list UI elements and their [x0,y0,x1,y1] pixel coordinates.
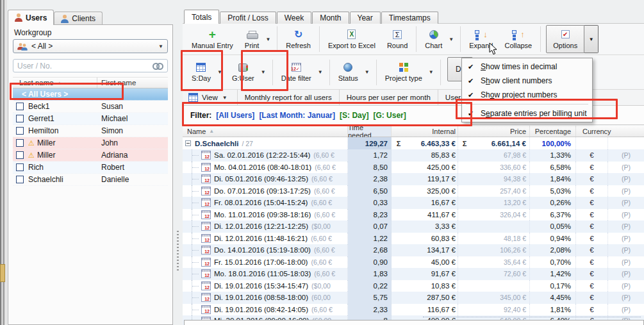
manual-entry-button[interactable]: + Manual Entry [186,27,239,52]
filter-segment-sum[interactable]: [S: Day] [340,111,368,120]
tab-year[interactable]: Year [350,12,381,24]
options-button[interactable]: ✔ Options [546,25,584,53]
header-name[interactable]: Name ▲ [183,126,348,137]
sum-day-dropdown-arrow[interactable]: ▼ [217,69,222,75]
chart-dropdown-arrow[interactable]: ▼ [449,37,454,42]
user-list-row[interactable]: ⚠ < All Users > [13,88,168,101]
workgroup-value: < All > [31,42,53,51]
header-currency[interactable]: Currency [576,126,644,137]
group-user-button[interactable]: G:User [226,60,260,85]
table-row[interactable]: Di. 05.01.2016 (09:46-13:25) (6,60 € 2,3… [183,173,644,185]
entry-time-needed: 1,22 [348,233,392,245]
header-internal[interactable]: Internal [406,126,458,137]
export-excel-button[interactable]: X Export to Excel [322,27,381,52]
user-checkbox[interactable] [16,139,24,147]
options-menu-item[interactable]: ✔ Show project numbers [462,88,592,102]
view-button[interactable]: View ▼ [183,90,238,105]
print-button[interactable]: Print [239,27,265,52]
entry-time-needed: 2,38 [348,173,392,185]
table-row[interactable]: Fr. 08.01.2016 (15:04-15:24) (6,60 € 0,3… [183,197,644,209]
table-row[interactable]: Mo. 18.01.2016 (11:05-18:03) (6,60 € 1,8… [183,268,644,280]
expand-button[interactable]: ↓ Expand [463,27,499,52]
tab-totals[interactable]: Totals [184,10,219,24]
header-time-needed[interactable]: Time needed [348,126,392,137]
tab-timestamps[interactable]: Timestamps [381,12,438,24]
table-row[interactable]: Di. 19.01.2016 (08:58-18:00) (60,00 5,75… [183,292,644,304]
table-row[interactable]: Di. 19.01.2016 (15:34-15:47) ($0,00 0,22… [183,280,644,292]
collapse-button[interactable]: ↑ Collapse [499,27,538,52]
project-type-dropdown-arrow[interactable]: ▼ [429,69,434,75]
table-row[interactable]: Do. 07.01.2016 (09:13-17:25) (6,60 € 6,5… [183,185,644,197]
user-checkbox[interactable] [16,127,24,135]
user-checkbox[interactable] [16,103,24,110]
status-dropdown-arrow[interactable]: ▼ [365,69,370,75]
table-row[interactable]: Mo. 11.01.2016 (09:38-18:16) (6,60 € 8,2… [183,209,644,221]
user-checkbox[interactable] [16,176,24,183]
entry-percentage: 6,58% [530,162,576,174]
table-row[interactable]: Sa. 02.01.2016 (12:22-15:44) (6,60 € 1,7… [183,149,644,162]
collapse-node-icon[interactable] [185,140,191,146]
user-list-row[interactable]: ⚠ Hemilton Simon [13,125,168,137]
view-dropdown-arrow[interactable]: ▼ [222,95,227,101]
round-button[interactable]: Σ Round [381,27,413,52]
entry-percentage: 5,03% [530,185,576,197]
summary-row[interactable]: D.Schaelchli / 27 129,27 6.463,33 € 6.66… [183,137,644,149]
panel-splitter[interactable] [174,10,182,325]
tab-profit-loss[interactable]: Profit / Loss [220,12,276,24]
chart-button[interactable]: Chart [419,27,448,52]
entry-internal: 425,00 € [406,162,458,174]
table-row[interactable]: Fr. 15.01.2016 (17:06-18:00) (6,60 € 0,9… [183,256,644,269]
entry-rate: ($0,00 [311,222,331,230]
user-list-row[interactable]: ⚠ Miller John [13,137,168,149]
project-type-button[interactable]: Project type [379,60,428,85]
table-row[interactable]: Di. 12.01.2016 (11:48-16:21) (6,60 € 1,2… [183,233,644,245]
options-menu-item[interactable]: ✔ Separate entries per billing unit [462,106,592,121]
print-dropdown-arrow[interactable]: ▼ [265,37,270,42]
user-list-row[interactable]: ⚠ Schaelchli Danielle [13,174,168,186]
user-list-row[interactable]: ⚠ Gerret1 Michael [13,113,168,125]
day-sum-icon [196,63,206,72]
entry-date: Do. 07.01.2016 (09:13-17:25) [214,187,311,195]
entry-price: 326,04 € [471,209,530,221]
group-user-dropdown-arrow[interactable]: ▼ [261,69,266,75]
user-checkbox[interactable] [16,115,24,122]
user-search-box [13,59,168,72]
sum-day-button[interactable]: S:Day [186,60,217,85]
options-menu-item[interactable]: ✔ Show client numbers [462,74,592,88]
user-list-row[interactable]: ⚠ Beck1 Susan [13,101,168,113]
tab-clients[interactable]: Clients [54,12,103,25]
column-last-name[interactable]: Last name ▲ [13,78,97,88]
binoculars-icon[interactable] [153,63,163,69]
entry-price: 48,18 € [471,233,530,245]
user-search-input[interactable] [17,62,153,71]
filter-segment-users[interactable]: [All Users] [216,111,254,120]
options-menu-item[interactable]: ✔ Show times in decimal [462,60,592,74]
filter-segment-group[interactable]: [G: User] [373,111,406,120]
chevron-down-icon[interactable]: ▼ [158,44,163,49]
tab-week[interactable]: Week [277,12,311,24]
tab-users[interactable]: Users [8,10,54,25]
table-row[interactable]: Mo. 04.01.2016 (08:40-18:01) (6,60 € 8,5… [183,162,644,174]
table-row[interactable]: Do. 14.01.2016 (15:19-18:00) (6,60 € 2,6… [183,244,644,256]
table-row[interactable]: Di. 12.01.2016 (12:21-12:25) ($0,00 0,07… [183,221,644,233]
summary-percentage: 100,00% [530,137,576,149]
filter-segment-period[interactable]: [Last Month: Januar] [259,111,335,120]
workgroup-select[interactable]: < All > ▼ [13,39,168,53]
column-first-name[interactable]: First name [97,79,136,87]
view-monthly-report[interactable]: Monthly report for all users [238,90,340,105]
user-checkbox[interactable] [16,151,24,159]
user-list-row[interactable]: ⚠ Rich Robert [13,162,168,174]
user-list-row[interactable]: ⚠ Miller Adriana [13,149,168,162]
tab-month[interactable]: Month [312,12,349,24]
options-dropdown-arrow[interactable]: ▼ [584,25,599,53]
header-percentage[interactable]: Percentage [530,126,576,137]
date-filter-dropdown-arrow[interactable]: ▼ [318,69,323,75]
date-filter-button[interactable]: Date filter [276,60,317,85]
view-hours-per-user[interactable]: Hours per user per month [340,90,438,105]
entry-currency: € [576,280,608,292]
user-checkbox[interactable] [16,163,24,171]
table-row[interactable]: Di. 19.01.2016 (08:42-14:05) (6,60 € 2,3… [183,304,644,316]
refresh-button[interactable]: ↻ Refresh [280,27,317,52]
status-button[interactable]: Status [333,60,364,85]
header-price[interactable]: Price [471,126,530,137]
